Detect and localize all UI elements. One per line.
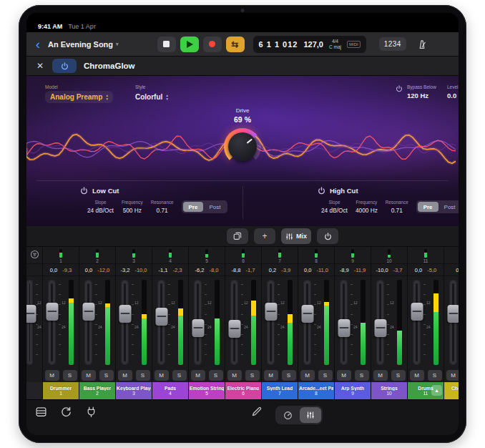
track-label[interactable]: Emotion Strings5: [189, 382, 225, 399]
plug-button[interactable]: [85, 406, 97, 418]
fader-cap[interactable]: [155, 308, 167, 326]
fader-cap[interactable]: [338, 319, 350, 337]
controls-button[interactable]: [277, 407, 298, 423]
track-label[interactable]: Synth Lead7: [262, 382, 298, 399]
volume-fader[interactable]: [230, 280, 238, 365]
resonance-control[interactable]: Resonance 0.71: [386, 200, 408, 214]
filter-icon[interactable]: [30, 250, 39, 259]
solo-button[interactable]: S: [391, 370, 406, 381]
track-label[interactable]: Bass Player2: [79, 382, 115, 399]
volume-fader[interactable]: [84, 280, 92, 365]
track-label[interactable]: Strings10: [371, 382, 407, 399]
close-plugin-icon[interactable]: ✕: [35, 61, 45, 71]
solo-button[interactable]: S: [282, 370, 296, 381]
duplicate-button[interactable]: [227, 228, 248, 244]
fader-cap[interactable]: [411, 303, 423, 321]
resonance-control[interactable]: Resonance 0.71: [151, 200, 174, 214]
stop-button[interactable]: [157, 36, 176, 52]
metronome-button[interactable]: [416, 39, 428, 50]
fader-cap[interactable]: [447, 305, 459, 323]
loops-button[interactable]: [60, 406, 72, 418]
volume-fader[interactable]: [194, 280, 202, 365]
fader-cap[interactable]: [82, 303, 94, 321]
track-label[interactable]: Arcade...eet Pad8: [298, 382, 334, 399]
playhead-position[interactable]: 6 1 1 012: [259, 40, 298, 49]
edit-pencil-button[interactable]: [251, 406, 263, 417]
cycle-button[interactable]: ⇆: [226, 36, 245, 52]
master-fader[interactable]: [26, 280, 33, 365]
mute-button[interactable]: M: [300, 370, 315, 381]
record-button[interactable]: [203, 36, 222, 52]
frequency-control[interactable]: Frequency 500 Hz: [122, 200, 143, 214]
mute-button[interactable]: M: [227, 370, 242, 381]
lcd-display[interactable]: 6 1 1 012 127,0 4/4 C maj MIDI: [253, 36, 366, 53]
solo-button[interactable]: S: [136, 370, 150, 381]
mute-button[interactable]: M: [82, 370, 96, 381]
count-in-button[interactable]: 1234: [379, 37, 406, 51]
track-label[interactable]: Drummer1: [43, 382, 79, 399]
track-label[interactable]: Keyboard Player3: [116, 382, 152, 399]
level-control[interactable]: Level 0.0: [447, 84, 459, 99]
volume-fader[interactable]: [449, 280, 457, 365]
add-plugin-button[interactable]: +: [254, 228, 275, 244]
volume-fader[interactable]: [413, 280, 421, 365]
volume-fader[interactable]: [340, 280, 348, 365]
high-cut-power-button[interactable]: [318, 187, 325, 195]
volume-fader[interactable]: [121, 280, 129, 365]
solo-button[interactable]: S: [245, 370, 260, 381]
mute-button[interactable]: M: [191, 370, 205, 381]
solo-button[interactable]: S: [428, 370, 442, 381]
slope-control[interactable]: Slope 24 dB/Oct: [321, 200, 348, 214]
low-cut-power-button[interactable]: [80, 187, 88, 195]
mute-button[interactable]: M: [373, 370, 388, 381]
solo-button[interactable]: S: [172, 370, 187, 381]
stepper-icon[interactable]: ▴▾: [106, 94, 108, 101]
track-label[interactable]: Electric Piano6: [225, 382, 261, 399]
mute-button[interactable]: M: [118, 370, 132, 381]
frequency-control[interactable]: Frequency 4000 Hz: [356, 200, 378, 214]
fader-cap[interactable]: [26, 305, 36, 323]
plugin-power-button[interactable]: [52, 59, 77, 73]
track-label[interactable]: Chorus V12: [444, 382, 459, 399]
fader-cap[interactable]: [192, 319, 204, 337]
volume-fader[interactable]: [48, 280, 56, 365]
solo-button[interactable]: S: [99, 370, 114, 381]
pre-button[interactable]: Pre: [418, 202, 439, 212]
time-signature-key[interactable]: 4/4 C maj: [329, 39, 341, 50]
tempo-value[interactable]: 127,0: [303, 40, 323, 49]
volume-fader[interactable]: [157, 280, 165, 365]
track-label[interactable]: Drums11▴: [408, 382, 444, 399]
collapse-chevron-icon[interactable]: ▴: [431, 385, 442, 396]
post-button[interactable]: Post: [439, 202, 459, 212]
fader-cap[interactable]: [301, 305, 313, 323]
slope-control[interactable]: Slope 24 dB/Oct: [87, 200, 114, 214]
solo-button[interactable]: S: [318, 370, 333, 381]
model-control[interactable]: Model Analog Preamp ▴▾: [45, 84, 113, 103]
stepper-icon[interactable]: ▴▾: [166, 94, 168, 101]
volume-fader[interactable]: [376, 280, 384, 365]
pre-button[interactable]: Pre: [183, 202, 204, 212]
channel-power-button[interactable]: [317, 228, 338, 244]
fader-cap[interactable]: [46, 303, 58, 321]
back-chevron-icon[interactable]: ‹: [34, 38, 42, 51]
volume-fader[interactable]: [267, 280, 275, 365]
mix-view-button[interactable]: Mix: [281, 228, 311, 244]
mute-button[interactable]: M: [410, 370, 424, 381]
play-button[interactable]: [180, 36, 199, 52]
fader-cap[interactable]: [374, 319, 386, 337]
fader-cap[interactable]: [228, 320, 240, 338]
drive-knob[interactable]: [224, 128, 261, 165]
track-label[interactable]: Arp Synth9: [335, 382, 371, 399]
solo-button[interactable]: S: [63, 370, 77, 381]
mute-button[interactable]: M: [155, 370, 169, 381]
style-control[interactable]: Style Colorful ▴▾: [135, 84, 168, 103]
mute-button[interactable]: M: [45, 370, 59, 381]
fader-cap[interactable]: [119, 305, 131, 323]
track-label[interactable]: Pads4: [152, 382, 188, 399]
volume-fader[interactable]: [303, 280, 311, 365]
mute-button[interactable]: M: [337, 370, 351, 381]
solo-button[interactable]: S: [209, 370, 223, 381]
browser-button[interactable]: [35, 406, 47, 418]
bypass-below-control[interactable]: Bypass Below 120 Hz: [396, 84, 436, 99]
mixer-toggle-button[interactable]: [300, 407, 321, 423]
